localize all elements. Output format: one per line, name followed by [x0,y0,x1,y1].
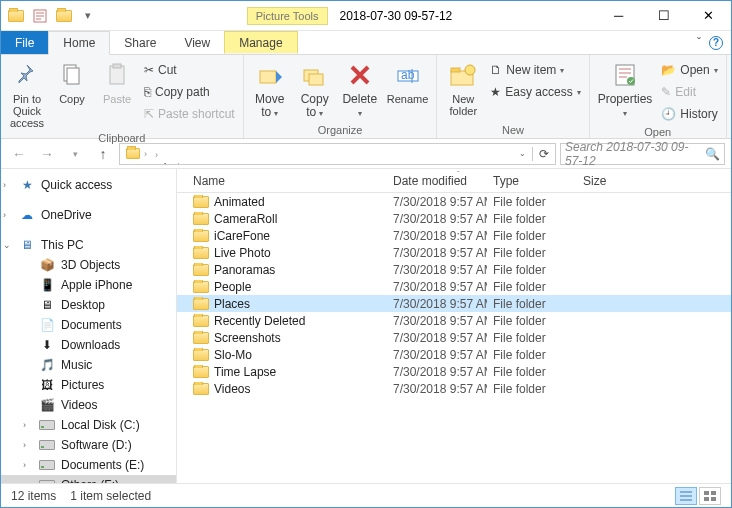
recent-locations-button[interactable]: ▾ [63,142,87,166]
table-row[interactable]: Animated7/30/2018 9:57 AMFile folder [177,193,731,210]
history-button[interactable]: 🕘History [657,103,721,125]
back-button[interactable]: ← [7,142,31,166]
nav-tree-item[interactable]: ›🖼Pictures [1,375,176,395]
chevron-right-icon[interactable]: › [153,150,160,160]
table-row[interactable]: People7/30/2018 9:57 AMFile folder [177,278,731,295]
properties-button[interactable]: Properties▾ [594,57,657,121]
nav-tree-item[interactable]: ›Documents (E:) [1,455,176,475]
ribbon-collapse-button[interactable]: ˇ [697,36,701,50]
help-button[interactable]: ? [709,36,723,50]
nav-tree-item[interactable]: ›Local Disk (C:) [1,415,176,435]
nav-tree-item[interactable]: ›🖥Desktop [1,295,176,315]
nav-tree-item[interactable]: ›Others (F:) [1,475,176,483]
column-name[interactable]: Name [187,174,387,188]
nav-quick-access[interactable]: ›★Quick access [1,175,176,195]
address-dropdown-button[interactable]: ⌄ [515,149,530,158]
nav-tree-item[interactable]: ›Software (D:) [1,435,176,455]
file-date: 7/30/2018 9:57 AM [387,348,487,362]
new-item-button[interactable]: 🗋New item ▾ [486,59,584,81]
ribbon-group-clipboard: Pin to Quick access Copy Paste ✂Cut ⎘Cop… [1,55,244,138]
table-row[interactable]: Time Lapse7/30/2018 9:57 AMFile folder [177,363,731,380]
properties-qat-button[interactable] [29,5,51,27]
cut-button[interactable]: ✂Cut [140,59,239,81]
table-row[interactable]: Recently Deleted7/30/2018 9:57 AMFile fo… [177,312,731,329]
breadcrumb-segment[interactable]: photo [153,161,274,165]
delete-button[interactable]: Delete▾ [338,57,382,121]
rename-button[interactable]: ab Rename [383,57,433,107]
up-button[interactable]: ↑ [91,142,115,166]
easy-access-button[interactable]: ★Easy access ▾ [486,81,584,103]
rename-icon: ab [392,59,424,91]
this-pc-icon: 🖥 [19,237,35,253]
table-row[interactable]: Videos7/30/2018 9:57 AMFile folder [177,380,731,397]
pin-to-quick-access-button[interactable]: Pin to Quick access [5,57,49,131]
nav-this-pc[interactable]: ⌄🖥This PC [1,235,176,255]
tab-manage[interactable]: Manage [224,31,297,54]
maximize-button[interactable]: ☐ [641,1,686,30]
paste-button[interactable]: Paste [95,57,139,107]
svg-rect-19 [711,497,716,501]
copy-to-icon [299,59,331,91]
folder-icon [193,213,209,225]
nav-onedrive[interactable]: ›☁OneDrive [1,205,176,225]
table-row[interactable]: CameraRoll7/30/2018 9:57 AMFile folder [177,210,731,227]
column-date[interactable]: Date modified [387,174,487,188]
table-row[interactable]: Places7/30/2018 9:57 AMFile folder [177,295,731,312]
navigation-pane[interactable]: ›★Quick access ›☁OneDrive ⌄🖥This PC ›📦3D… [1,169,177,483]
nav-tree-item[interactable]: ›🎵Music [1,355,176,375]
forward-button[interactable]: → [35,142,59,166]
svg-rect-17 [711,491,716,495]
file-name: iCareFone [214,229,270,243]
copy-path-button[interactable]: ⎘Copy path [140,81,239,103]
new-folder-button[interactable]: New folder [441,57,485,119]
qat-customize-button[interactable]: ▾ [77,5,99,27]
breadcrumb-segment[interactable]: icarefone [153,143,274,147]
tab-share[interactable]: Share [110,31,170,54]
folder-icon [193,196,209,208]
nav-tree-item[interactable]: ›📄Documents [1,315,176,335]
file-name: Screenshots [214,331,281,345]
file-type: File folder [487,348,577,362]
svg-point-15 [627,77,635,85]
file-date: 7/30/2018 9:57 AM [387,212,487,226]
table-row[interactable]: Live Photo7/30/2018 9:57 AMFile folder [177,244,731,261]
tab-view[interactable]: View [170,31,224,54]
minimize-button[interactable]: ─ [596,1,641,30]
nav-tree-item[interactable]: ›📦3D Objects [1,255,176,275]
nav-tree-item[interactable]: ›📱Apple iPhone [1,275,176,295]
tab-home[interactable]: Home [48,31,110,55]
copy-to-button[interactable]: Copy to ▾ [293,57,337,121]
details-view-button[interactable] [675,487,697,505]
breadcrumb-root-icon[interactable]: › [122,148,153,159]
new-folder-icon [447,59,479,91]
file-type: File folder [487,246,577,260]
shortcut-icon: ⇱ [144,107,154,121]
move-to-button[interactable]: Move to ▾ [248,57,292,121]
tab-file[interactable]: File [1,31,48,54]
paste-shortcut-button[interactable]: ⇱Paste shortcut [140,103,239,125]
copy-button[interactable]: Copy [50,57,94,107]
file-date: 7/30/2018 9:57 AM [387,382,487,396]
folder-icon: 🎬 [39,397,55,413]
column-type[interactable]: Type [487,174,577,188]
file-name: Time Lapse [214,365,276,379]
breadcrumb[interactable]: › This PC›Others (F:)›icarefone›photo›20… [119,143,556,165]
thumbnails-view-button[interactable] [699,487,721,505]
refresh-button[interactable]: ⟳ [535,147,553,161]
new-folder-qat-button[interactable] [53,5,75,27]
table-row[interactable]: Screenshots7/30/2018 9:57 AMFile folder [177,329,731,346]
edit-button[interactable]: ✎Edit [657,81,721,103]
open-button[interactable]: 📂Open ▾ [657,59,721,81]
table-row[interactable]: Slo-Mo7/30/2018 9:57 AMFile folder [177,346,731,363]
table-row[interactable]: Panoramas7/30/2018 9:57 AMFile folder [177,261,731,278]
search-icon[interactable]: 🔍 [705,147,720,161]
nav-tree-item[interactable]: ›🎬Videos [1,395,176,415]
drive-icon [39,417,55,433]
table-row[interactable]: iCareFone7/30/2018 9:57 AMFile folder [177,227,731,244]
path-icon: ⎘ [144,85,151,99]
search-input[interactable]: Search 2018-07-30 09-57-12 🔍 [560,143,725,165]
nav-tree-item[interactable]: ›⬇Downloads [1,335,176,355]
close-button[interactable]: ✕ [686,1,731,30]
column-size[interactable]: Size [577,174,731,188]
file-type: File folder [487,212,577,226]
